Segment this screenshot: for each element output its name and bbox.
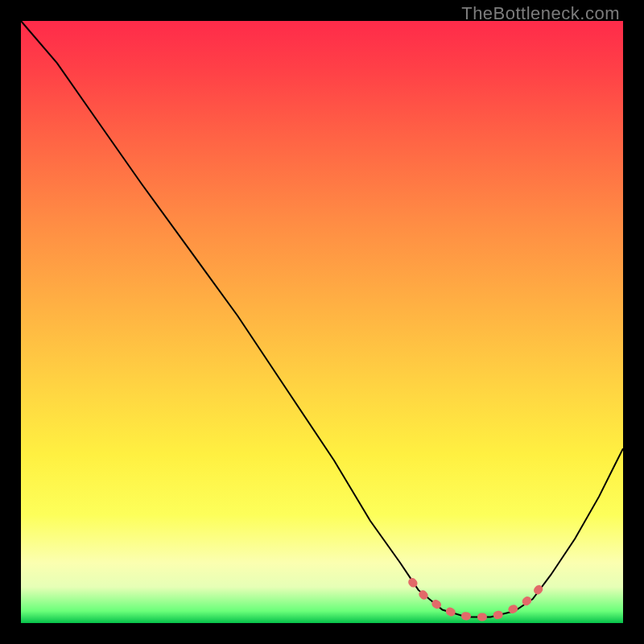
- chart-plot-area: [21, 21, 623, 623]
- main-curve: [21, 21, 623, 617]
- chart-stage: TheBottleneck.com: [0, 0, 644, 644]
- flat-region-highlight: [412, 578, 547, 617]
- chart-svg: [21, 21, 623, 623]
